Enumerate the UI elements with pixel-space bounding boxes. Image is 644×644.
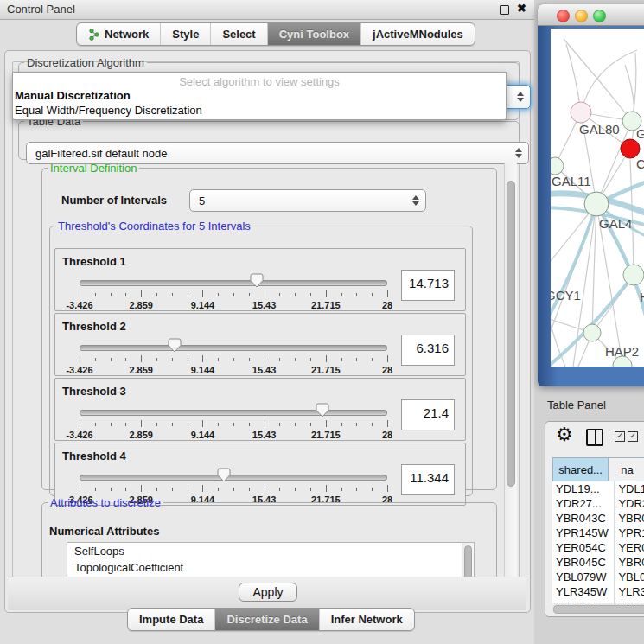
column-header-shared-name[interactable]: shared...: [553, 458, 609, 481]
zoom-traffic-light[interactable]: [593, 10, 606, 22]
slider-thumb[interactable]: [217, 468, 231, 482]
cell-shared-name[interactable]: YIL052C: [552, 599, 615, 603]
tab-jactivemnodules[interactable]: jActiveMNodules: [361, 23, 475, 45]
network-edge[interactable]: [632, 53, 636, 121]
threshold-slider[interactable]: -3.4262.8599.14415.4321.71528: [80, 401, 387, 440]
table-row[interactable]: YIL052CYIL0: [552, 599, 644, 603]
slider-track[interactable]: [80, 410, 387, 416]
tick-mark: [188, 293, 188, 296]
slider-track[interactable]: [80, 280, 387, 286]
tab-style[interactable]: Style: [161, 23, 211, 45]
tick-mark: [156, 488, 157, 491]
threshold-value-field[interactable]: 21.4: [401, 399, 455, 430]
column-header-name[interactable]: na: [609, 458, 644, 481]
network-node[interactable]: [551, 157, 564, 175]
cell-shared-name[interactable]: YDL19...: [552, 481, 615, 496]
slider-track[interactable]: [80, 345, 387, 351]
cell-shared-name[interactable]: YPR145W: [552, 526, 615, 540]
threshold-value-field[interactable]: 11.344: [401, 464, 455, 495]
slider-track[interactable]: [80, 475, 387, 481]
algorithm-option-equal-width[interactable]: Equal Width/Frequency Discretization: [15, 104, 202, 117]
tab-network[interactable]: Network: [77, 23, 161, 45]
panel-scrollbar[interactable]: [504, 163, 517, 577]
algorithm-option-manual[interactable]: Manual Discretization: [15, 89, 131, 102]
discretization-algorithm-title: Discretization Algorithm: [24, 56, 147, 69]
network-node[interactable]: [571, 102, 591, 123]
tick-mark: [80, 355, 80, 362]
slider-ticks: [80, 290, 387, 298]
slider-thumb[interactable]: [250, 273, 264, 288]
attribute-list-item[interactable]: SelfLoops: [67, 543, 474, 559]
tab-label: Style: [172, 28, 199, 41]
panel-scrollbar-thumb[interactable]: [507, 181, 515, 487]
network-node[interactable]: [583, 324, 601, 341]
network-node[interactable]: [584, 192, 609, 216]
combo-arrows-icon: [515, 148, 522, 158]
network-edge[interactable]: [592, 204, 596, 333]
network-node-label: GAL11: [552, 174, 591, 188]
tick-mark: [341, 423, 342, 426]
tab-infer-network[interactable]: Infer Network: [320, 609, 414, 630]
float-window-icon[interactable]: [500, 5, 509, 15]
close-icon[interactable]: ✖: [517, 2, 526, 15]
minimize-traffic-light[interactable]: [575, 10, 588, 22]
slider-thumb[interactable]: [168, 338, 182, 353]
threshold-value-field[interactable]: 14.713: [401, 270, 455, 301]
tab-cyni-toolbox[interactable]: Cyni Toolbox: [268, 23, 361, 45]
cell-name[interactable]: YBR0: [615, 511, 644, 526]
threshold-slider[interactable]: -3.4262.8599.14415.4321.71528: [80, 336, 387, 375]
table-row[interactable]: YER054CYER0: [552, 540, 644, 555]
columns-icon[interactable]: [586, 429, 603, 446]
cell-name[interactable]: YER0: [615, 540, 644, 555]
table-hscrollbar[interactable]: [552, 604, 644, 613]
attribute-list-item[interactable]: TopologicalCoefficient: [67, 559, 474, 576]
cell-name[interactable]: YPR1: [615, 526, 644, 540]
table-row[interactable]: YBR043CYBR0: [552, 511, 644, 526]
tick-mark: [265, 355, 265, 362]
apply-button[interactable]: Apply: [239, 583, 297, 602]
cell-shared-name[interactable]: YDR27...: [552, 496, 615, 511]
network-edge-thick[interactable]: [551, 204, 596, 329]
tick-mark: [387, 420, 388, 427]
table-row[interactable]: YDL19...YDL1: [552, 481, 644, 496]
slider-thumb[interactable]: [316, 403, 329, 418]
network-edge[interactable]: [625, 65, 634, 149]
table-row[interactable]: YLR345WYLR3: [552, 584, 644, 599]
gear-icon[interactable]: ⚙: [556, 424, 573, 446]
cell-name[interactable]: YDL1: [615, 481, 644, 496]
cell-shared-name[interactable]: YBR045C: [552, 555, 615, 570]
table-row[interactable]: YBR045CYBR0: [552, 555, 644, 570]
cell-shared-name[interactable]: YLR345W: [552, 584, 615, 599]
table-row[interactable]: YPR145WYPR1: [552, 526, 644, 540]
close-traffic-light[interactable]: [557, 10, 570, 22]
cell-name[interactable]: YBL0: [615, 570, 644, 584]
checkbox-icon[interactable]: ✓: [615, 431, 625, 442]
cell-name[interactable]: YIL0: [615, 599, 644, 603]
threshold-slider[interactable]: -3.4262.8599.14415.4321.71528: [80, 271, 387, 310]
table-panel-window: ⚙ ✓ ✓ shared... na YDL19...YDL1YDR27...Y…: [545, 421, 644, 617]
tab-impute-data[interactable]: Impute Data: [128, 609, 215, 630]
number-of-intervals-combobox[interactable]: 5: [189, 189, 426, 212]
network-canvas[interactable]: GAL80GACGAL11GAL4GCY1HHAP2: [551, 29, 644, 367]
tab-discretize-data[interactable]: Discretize Data: [215, 609, 319, 630]
cell-shared-name[interactable]: YBL079W: [552, 570, 615, 584]
threshold-value-field[interactable]: 6.316: [401, 335, 455, 366]
table-row[interactable]: YDR27...YDR2: [552, 496, 644, 511]
network-node[interactable]: [623, 265, 644, 285]
table-row[interactable]: YBL079WYBL0: [552, 570, 644, 584]
tick-mark: [156, 358, 157, 361]
cell-name[interactable]: YLR3: [615, 584, 644, 599]
cell-name[interactable]: YBR0: [615, 555, 644, 570]
bottom-tabstrip: Impute Data Discretize Data Infer Networ…: [127, 608, 415, 631]
tab-select[interactable]: Select: [211, 23, 267, 45]
network-edge[interactable]: [581, 50, 637, 112]
network-node[interactable]: [621, 139, 640, 158]
tick-label: 28: [382, 365, 392, 375]
cell-shared-name[interactable]: YBR043C: [552, 511, 615, 526]
cell-shared-name[interactable]: YER054C: [552, 540, 615, 555]
checkbox-icon[interactable]: ✓: [628, 431, 638, 442]
network-node-label: GA: [636, 126, 644, 141]
cell-name[interactable]: YDR2: [615, 496, 644, 511]
tick-mark: [111, 423, 112, 426]
table-hscrollbar-thumb[interactable]: [553, 605, 644, 614]
